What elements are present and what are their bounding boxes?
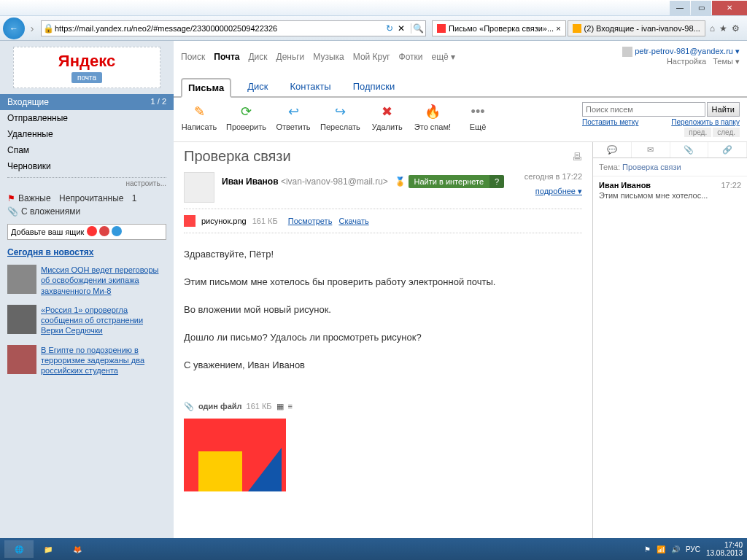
reply-button[interactable]: ↩Ответить bbox=[275, 102, 311, 131]
mail-search-button[interactable]: Найти bbox=[707, 102, 740, 117]
window-maximize-button[interactable]: ▭ bbox=[691, 1, 711, 15]
paperclip-icon: 📎 bbox=[684, 145, 694, 154]
find-help-button[interactable]: ? bbox=[489, 175, 504, 188]
pencil-icon: ✎ bbox=[190, 102, 209, 121]
forward-button[interactable]: ↪Переслать bbox=[320, 102, 360, 131]
reply-icon: ↩ bbox=[284, 102, 303, 121]
settings-link[interactable]: Настройка bbox=[667, 57, 706, 66]
folder-inbox[interactable]: Входящие 1 / 2 bbox=[0, 94, 174, 110]
taskbar-firefox-icon[interactable]: 🦊 bbox=[63, 540, 92, 558]
address-url: https://mail.yandex.ru/neo2/#message/233… bbox=[55, 24, 383, 33]
from-email: <ivan-ivanov-981@mail.ru> bbox=[281, 176, 388, 187]
spam-button[interactable]: 🔥Это спам! bbox=[414, 102, 451, 131]
tray-clock[interactable]: 17:40 13.08.2013 bbox=[706, 541, 743, 557]
taskbar-explorer-icon[interactable]: 📁 bbox=[34, 540, 63, 558]
preview-time: 17:22 bbox=[721, 181, 741, 190]
delete-button[interactable]: ✖Удалить bbox=[369, 102, 406, 131]
check-button[interactable]: ⟳Проверить bbox=[226, 102, 266, 131]
tab-letters[interactable]: Письма bbox=[181, 78, 231, 98]
window-close-button[interactable]: ✕ bbox=[712, 1, 747, 15]
link-icon: 🔗 bbox=[722, 145, 732, 154]
news-item-2[interactable]: В Египте по подозрению в терроризме заде… bbox=[0, 341, 174, 381]
label-important[interactable]: ⚑ Важные Непрочитанные 1 bbox=[7, 192, 166, 205]
label-attachments[interactable]: 📎 С вложениями bbox=[7, 205, 166, 218]
attachment-row: рисунок.png 161 КБ Посмотреть Скачать bbox=[184, 209, 582, 233]
svc-search[interactable]: Поиск bbox=[181, 52, 205, 62]
folder-sent[interactable]: Отправленные bbox=[0, 110, 174, 126]
user-email-menu[interactable]: petr-petrov-981@yandex.ru ▾ bbox=[635, 47, 740, 55]
address-bar[interactable]: 🔒 https://mail.yandex.ru/neo2/#message/2… bbox=[41, 20, 426, 36]
svc-circle[interactable]: Мой Круг bbox=[353, 52, 390, 62]
details-toggle[interactable]: подробнее ▾ bbox=[535, 187, 582, 196]
tools-icon[interactable]: ⚙ bbox=[732, 23, 740, 34]
folder-spam[interactable]: Спам bbox=[0, 142, 174, 158]
add-mailbox-button[interactable]: Добавьте ваш ящик bbox=[7, 224, 166, 240]
sender-avatar bbox=[184, 172, 214, 203]
more-button[interactable]: •••Ещё bbox=[460, 102, 496, 131]
mail-search-input[interactable] bbox=[582, 102, 705, 117]
tray-volume-icon[interactable]: 🔊 bbox=[671, 545, 680, 553]
main-content: Поиск Почта Диск Деньги Музыка Мой Круг … bbox=[174, 41, 747, 538]
tab-contacts[interactable]: Контакты bbox=[285, 78, 337, 98]
logo[interactable]: Яндекс почта bbox=[13, 47, 160, 88]
browser-tab-0[interactable]: Письмо «Проверка связи»... × bbox=[432, 20, 566, 36]
svc-money[interactable]: Деньги bbox=[276, 52, 305, 62]
set-label-link[interactable]: Поставить метку bbox=[582, 118, 638, 126]
preview-tab-conversation[interactable]: 💬 bbox=[593, 142, 632, 158]
prev-message-button[interactable]: пред. bbox=[684, 128, 711, 137]
stop-icon[interactable]: ✕ bbox=[395, 23, 408, 34]
folder-trash[interactable]: Удаленные bbox=[0, 126, 174, 142]
attachment-view-link[interactable]: Посмотреть bbox=[288, 217, 333, 225]
news-item-1[interactable]: «Россия 1» опровергла сообщения об отстр… bbox=[0, 300, 174, 341]
tray-language[interactable]: РУС bbox=[686, 545, 700, 553]
browser-search-button[interactable]: 🔍 bbox=[411, 23, 425, 34]
browser-menu-icons: ⌂ ★ ⚙ bbox=[705, 23, 744, 34]
preview-tab-attach[interactable]: 📎 bbox=[670, 142, 709, 158]
news-thumb-icon bbox=[7, 265, 36, 294]
flag-icon: ⚑ bbox=[7, 193, 15, 203]
list-view-icon[interactable]: ≡ bbox=[288, 402, 293, 411]
home-icon[interactable]: ⌂ bbox=[710, 23, 715, 34]
outlook-icon bbox=[112, 226, 122, 236]
attachment-download-link[interactable]: Скачать bbox=[338, 217, 368, 225]
svc-disk[interactable]: Диск bbox=[248, 52, 267, 62]
flame-icon: 🔥 bbox=[423, 102, 442, 121]
attachment-thumbnail[interactable] bbox=[184, 419, 286, 491]
news-item-0[interactable]: Миссия ООН ведет переговоры об освобожде… bbox=[0, 260, 174, 300]
browser-toolbar: ← › 🔒 https://mail.yandex.ru/neo2/#messa… bbox=[0, 16, 747, 41]
user-avatar-icon bbox=[622, 47, 632, 57]
preview-tab-links[interactable]: 🔗 bbox=[708, 142, 747, 158]
tray-network-icon[interactable]: 📶 bbox=[657, 545, 665, 553]
browser-tab-1[interactable]: (2) Входящие - ivan-ivanov-98... bbox=[568, 20, 705, 36]
taskbar: 🌐 📁 🦊 ⚑ 📶 🔊 РУС 17:40 13.08.2013 bbox=[0, 538, 747, 560]
svc-mail[interactable]: Почта bbox=[214, 52, 239, 62]
preview-message-item[interactable]: Иван Иванов 17:22 Этим письмом мне хотел… bbox=[593, 176, 747, 204]
favorites-icon[interactable]: ★ bbox=[719, 23, 727, 34]
window-minimize-button[interactable]: — bbox=[670, 1, 690, 15]
move-to-link[interactable]: Переложить в папку bbox=[671, 118, 740, 126]
tab-subscriptions[interactable]: Подписки bbox=[347, 78, 401, 98]
folder-drafts[interactable]: Черновики bbox=[0, 158, 174, 174]
attachment-name[interactable]: рисунок.png bbox=[201, 217, 247, 225]
refresh-icon: ⟳ bbox=[237, 102, 256, 121]
folders-configure-link[interactable]: настроить... bbox=[0, 178, 174, 189]
next-message-button[interactable]: след. bbox=[713, 128, 740, 137]
grid-view-icon[interactable]: ▦ bbox=[276, 402, 284, 411]
news-header[interactable]: Сегодня в новостях bbox=[7, 247, 166, 257]
preview-tab-mail[interactable]: ✉ bbox=[632, 142, 670, 158]
themes-link[interactable]: Темы ▾ bbox=[713, 57, 740, 66]
window-titlebar: — ▭ ✕ bbox=[0, 0, 747, 16]
find-on-internet-button[interactable]: Найти в интернете bbox=[409, 175, 490, 188]
svc-music[interactable]: Музыка bbox=[313, 52, 344, 62]
reload-icon[interactable]: ↻ bbox=[386, 23, 393, 34]
tray-flag-icon[interactable]: ⚑ bbox=[644, 545, 651, 553]
tab-disk[interactable]: Диск bbox=[241, 78, 274, 98]
compose-button[interactable]: ✎Написать bbox=[181, 102, 217, 131]
svc-more[interactable]: ещё ▾ bbox=[432, 52, 456, 62]
svc-photos[interactable]: Фотки bbox=[399, 52, 423, 62]
taskbar-ie-icon[interactable]: 🌐 bbox=[4, 540, 34, 558]
achievement-icon: 🏅 bbox=[395, 176, 406, 187]
print-icon[interactable]: 🖶 bbox=[572, 151, 582, 163]
nav-forward-button[interactable]: › bbox=[26, 23, 38, 34]
nav-back-button[interactable]: ← bbox=[3, 18, 25, 39]
